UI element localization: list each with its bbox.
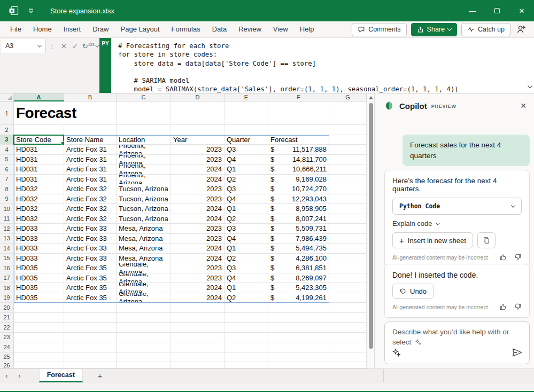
python-code[interactable]: # Forecasting for each store for store i…	[118, 42, 525, 93]
cell-B11[interactable]: Arctic Fox 32	[64, 214, 117, 224]
cell-E11[interactable]: Q2	[225, 214, 268, 224]
row-number-21[interactable]: 21	[0, 313, 14, 323]
cell-D5[interactable]: 2023	[171, 155, 225, 165]
cell-G26[interactable]	[329, 362, 367, 369]
cell-C8[interactable]: Tucson, Arizona	[117, 184, 171, 194]
explain-code-toggle[interactable]: Explain code	[392, 219, 522, 228]
cell-B21[interactable]	[64, 313, 117, 323]
cell-A17[interactable]: HD035	[14, 273, 64, 284]
cell-G15[interactable]	[329, 254, 367, 264]
cell-C24[interactable]	[117, 342, 171, 352]
minimize-button[interactable]: —	[460, 0, 485, 21]
cell-F8[interactable]: $10,724,270	[268, 184, 329, 194]
cell-F21[interactable]	[268, 313, 329, 323]
cell-C5[interactable]: Phoenix, Arizona	[117, 155, 171, 165]
cell-D1[interactable]	[171, 101, 225, 125]
row-number-13[interactable]: 13	[0, 234, 14, 244]
copilot-prompt-input[interactable]: Describe what you’d like help with or se…	[384, 322, 530, 364]
cell-E24[interactable]	[225, 342, 268, 352]
cell-G17[interactable]	[329, 273, 367, 284]
cell-C11[interactable]: Tucson, Arizona	[117, 214, 171, 224]
cell-C2[interactable]	[117, 125, 171, 135]
cell-E22[interactable]	[225, 323, 268, 333]
cell-F17[interactable]: $8,269,097	[268, 273, 329, 284]
cell-F14[interactable]: $5,494,735	[268, 244, 329, 254]
cell-D16[interactable]: 2023	[171, 263, 225, 273]
cell-A9[interactable]: HD032	[14, 194, 64, 205]
row-number-23[interactable]: 23	[0, 333, 14, 343]
cell-A24[interactable]	[14, 342, 64, 352]
cell-B14[interactable]: Arctic Fox 33	[64, 244, 117, 254]
cell-E8[interactable]: Q3	[225, 184, 268, 194]
menu-item-review[interactable]: Review	[233, 21, 267, 37]
cell-B25[interactable]	[64, 352, 117, 363]
sheet-tab-forecast[interactable]: Forecast	[39, 369, 83, 382]
comments-button[interactable]: Comments	[352, 23, 406, 36]
cell-C20[interactable]	[117, 303, 171, 313]
people-presence-icon[interactable]	[516, 25, 527, 34]
cell-C25[interactable]	[117, 352, 171, 363]
catch-up-button[interactable]: Catch up	[461, 23, 510, 36]
cell-G25[interactable]	[329, 352, 367, 363]
insert-in-new-sheet-button[interactable]: + Insert in new sheet	[392, 232, 473, 248]
row-number-6[interactable]: 6	[0, 164, 14, 175]
select-all-corner[interactable]	[0, 93, 14, 101]
cell-E26[interactable]	[225, 362, 268, 369]
cell-F19[interactable]: $4,199,261	[268, 293, 329, 303]
cell-F26[interactable]	[268, 362, 329, 369]
cell-F7[interactable]: $9,169,028	[268, 175, 329, 185]
cell-A25[interactable]	[14, 352, 64, 363]
grid-vertical-scrollbar[interactable]	[367, 93, 374, 369]
cell-F11[interactable]: $8,007,241	[268, 214, 329, 224]
cell-B2[interactable]	[64, 125, 117, 135]
cell-G6[interactable]	[329, 164, 367, 175]
cell-F1[interactable]	[268, 101, 329, 125]
undo-button[interactable]: Undo	[392, 284, 434, 299]
cell-A15[interactable]: HD033	[14, 254, 64, 264]
cell-F4[interactable]: $11,517,888	[268, 145, 329, 155]
cell-G22[interactable]	[329, 323, 367, 333]
cell-E7[interactable]: Q2	[225, 175, 268, 185]
row-number-5[interactable]: 5	[0, 155, 14, 165]
cell-D10[interactable]: 2024	[171, 204, 225, 214]
cell-D17[interactable]: 2023	[171, 273, 225, 284]
more-options-icon[interactable]: ⋮	[46, 42, 58, 50]
cell-E17[interactable]: Q4	[225, 273, 268, 284]
cell-F20[interactable]	[268, 303, 329, 313]
cell-D14[interactable]: 2024	[171, 244, 225, 254]
cell-D11[interactable]: 2024	[171, 214, 225, 224]
cell-F2[interactable]	[268, 125, 329, 135]
send-prompt-icon[interactable]	[512, 347, 523, 359]
cell-F13[interactable]: $7,986,439	[268, 234, 329, 244]
prompt-sparkle-icon[interactable]	[392, 348, 401, 358]
cell-G4[interactable]	[329, 145, 367, 155]
cell-E25[interactable]	[225, 352, 268, 363]
column-header-F[interactable]: F	[268, 93, 329, 101]
cell-E20[interactable]	[225, 303, 268, 313]
thumbs-down-icon[interactable]	[514, 253, 522, 261]
menu-item-help[interactable]: Help	[294, 21, 320, 37]
cell-C13[interactable]: Mesa, Arizona	[117, 234, 171, 244]
cell-F22[interactable]	[268, 323, 329, 333]
cell-F12[interactable]: $5,509,731	[268, 224, 329, 234]
cell-C26[interactable]	[117, 362, 171, 369]
cell-G16[interactable]	[329, 263, 367, 273]
cell-G14[interactable]	[329, 244, 367, 254]
cell-F9[interactable]: $12,293,043	[268, 194, 329, 205]
menu-item-page-layout[interactable]: Page Layout	[115, 21, 166, 37]
row-number-16[interactable]: 16	[0, 263, 14, 273]
cell-B23[interactable]	[64, 333, 117, 343]
cell-A16[interactable]: HD035	[14, 263, 64, 273]
share-button[interactable]: Share	[411, 23, 457, 36]
cell-E3[interactable]: Quarter	[225, 135, 268, 145]
cell-D21[interactable]	[171, 313, 225, 323]
cell-E16[interactable]: Q3	[225, 263, 268, 273]
row-number-22[interactable]: 22	[0, 323, 14, 333]
cell-D24[interactable]	[171, 342, 225, 352]
cell-C22[interactable]	[117, 323, 171, 333]
row-number-15[interactable]: 15	[0, 254, 14, 264]
cell-D18[interactable]: 2024	[171, 283, 225, 293]
cell-C17[interactable]: Glendale, Arizona	[117, 273, 171, 284]
thumbs-up-icon[interactable]	[499, 303, 507, 311]
row-number-24[interactable]: 24	[0, 342, 14, 352]
